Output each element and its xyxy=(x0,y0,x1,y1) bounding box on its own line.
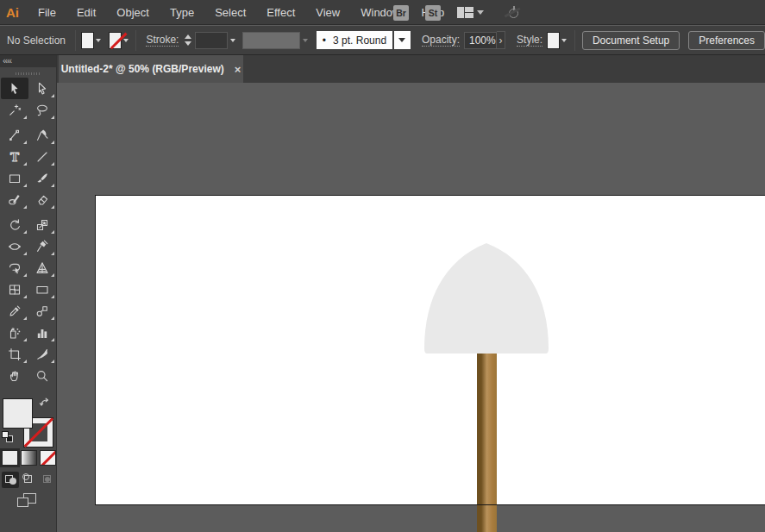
pencil-tool[interactable] xyxy=(1,189,28,210)
preferences-button[interactable]: Preferences xyxy=(688,31,765,50)
brush-select[interactable]: • 3 pt. Round xyxy=(317,31,392,49)
stroke-width-input[interactable] xyxy=(195,32,228,49)
rotate-tool[interactable] xyxy=(1,214,28,235)
change-screen-mode-button[interactable] xyxy=(17,493,38,509)
panel-collapse-icon[interactable]: «« xyxy=(0,55,56,67)
draw-normal-button[interactable] xyxy=(2,472,19,488)
rectangle-tool[interactable] xyxy=(1,167,28,189)
tools-panel: «« T xyxy=(0,55,57,532)
zoom-tool[interactable] xyxy=(28,365,56,386)
style-chevron-icon[interactable] xyxy=(560,32,569,49)
menu-view[interactable]: View xyxy=(305,0,350,25)
pen-tool[interactable] xyxy=(1,124,28,146)
menu-type[interactable]: Type xyxy=(160,0,204,25)
none-button[interactable] xyxy=(40,450,56,466)
column-graph-tool[interactable] xyxy=(28,322,56,343)
swap-fill-stroke-icon[interactable] xyxy=(39,397,52,413)
menu-edit[interactable]: Edit xyxy=(66,0,106,25)
selection-status: No Selection xyxy=(7,34,66,47)
color-button[interactable] xyxy=(2,450,18,466)
draw-behind-button[interactable] xyxy=(21,472,38,488)
svg-text:T: T xyxy=(10,150,19,164)
document-setup-button[interactable]: Document Setup xyxy=(582,31,680,50)
divider xyxy=(135,30,136,51)
control-bar: No Selection Stroke: • 3 pt. Round Opaci… xyxy=(0,26,765,55)
fill-swatch[interactable] xyxy=(81,32,94,49)
shovel-artwork[interactable] xyxy=(57,83,765,532)
shovel-spade[interactable] xyxy=(424,243,549,354)
document-tab[interactable]: Untitled-2* @ 50% (RGB/Preview) × xyxy=(59,55,243,83)
brush-name: 3 pt. Round xyxy=(333,34,386,47)
stroke-swatch[interactable] xyxy=(109,32,122,49)
gradient-button[interactable] xyxy=(21,450,37,466)
canvas-area[interactable] xyxy=(57,83,765,532)
puppet-warp-tool[interactable] xyxy=(28,235,56,257)
menu-effect[interactable]: Effect xyxy=(256,0,305,25)
paintbrush-tool[interactable] xyxy=(28,167,56,189)
menu-select[interactable]: Select xyxy=(204,0,256,25)
scale-tool[interactable] xyxy=(28,214,56,235)
eraser-tool[interactable] xyxy=(28,189,56,210)
shape-builder-tool[interactable] xyxy=(1,257,28,279)
magic-wand-tool[interactable] xyxy=(1,99,28,121)
paint-type-row xyxy=(2,450,56,466)
illustrator-logo: Ai xyxy=(6,5,19,20)
line-segment-tool[interactable] xyxy=(28,146,56,167)
brush-chevron-icon[interactable] xyxy=(394,31,411,49)
draw-inside-button xyxy=(40,472,57,488)
divider xyxy=(574,30,575,51)
gradient-tool[interactable] xyxy=(28,279,56,300)
fill-indicator[interactable] xyxy=(3,398,33,429)
default-fill-stroke-icon[interactable] xyxy=(2,431,13,442)
width-tool[interactable] xyxy=(1,235,28,257)
stroke-width-chevron-icon[interactable] xyxy=(228,32,237,49)
slice-tool[interactable] xyxy=(28,343,56,365)
eyedropper-tool[interactable] xyxy=(1,300,28,322)
divider xyxy=(75,30,76,51)
fill-dropdown-chevron-icon[interactable] xyxy=(94,32,103,49)
perspective-grid-tool[interactable] xyxy=(28,257,56,279)
panel-grip-handle[interactable] xyxy=(16,72,41,75)
stroke-width-stepper[interactable] xyxy=(185,34,191,46)
bridge-button[interactable]: Br xyxy=(393,5,409,21)
width-profile-select xyxy=(242,32,300,49)
tab-close-icon[interactable]: × xyxy=(235,63,241,76)
style-swatch[interactable] xyxy=(547,32,560,49)
menu-file[interactable]: File xyxy=(28,0,66,25)
chevron-down-icon[interactable] xyxy=(477,10,484,15)
document-tab-bar: Untitled-2* @ 50% (RGB/Preview) × xyxy=(57,55,765,83)
brush-preview-dot: • xyxy=(323,34,326,47)
opacity-panel-link[interactable]: Opacity: xyxy=(422,34,460,47)
drawing-modes xyxy=(2,472,57,488)
opacity-input[interactable]: 100% xyxy=(464,32,497,49)
artboard-bottom-edge xyxy=(95,504,765,505)
document-tab-title: Untitled-2* @ 50% (RGB/Preview) xyxy=(61,63,224,75)
hand-tool[interactable] xyxy=(1,365,28,386)
stroke-panel-link[interactable]: Stroke: xyxy=(146,34,179,47)
selection-tool[interactable] xyxy=(1,78,28,99)
type-tool[interactable]: T xyxy=(1,146,28,167)
cs-live-icon xyxy=(506,5,521,20)
opacity-expand-button[interactable]: › xyxy=(497,31,505,49)
arrange-documents-icon[interactable] xyxy=(457,7,473,18)
direct-selection-tool[interactable] xyxy=(28,78,56,99)
stock-button[interactable]: St xyxy=(425,5,441,21)
blend-tool[interactable] xyxy=(28,300,56,322)
width-profile-chevron-icon xyxy=(300,32,310,49)
symbol-sprayer-tool[interactable] xyxy=(1,322,28,343)
artboard-tool[interactable] xyxy=(1,343,28,365)
menu-bar: Ai File Edit Object Type Select Effect V… xyxy=(0,0,765,25)
lasso-tool[interactable] xyxy=(28,99,56,121)
style-panel-link[interactable]: Style: xyxy=(517,34,542,47)
menu-object[interactable]: Object xyxy=(106,0,160,25)
mesh-tool[interactable] xyxy=(1,279,28,300)
curvature-tool[interactable] xyxy=(28,124,56,146)
